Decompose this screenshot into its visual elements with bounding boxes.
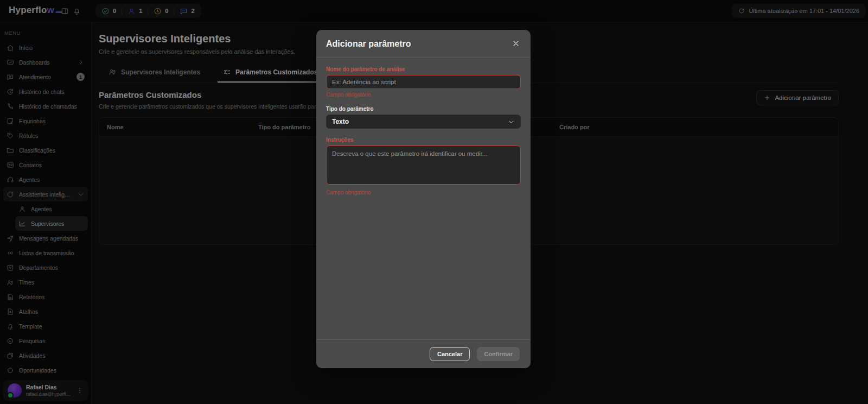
modal-header: Adicionar parâmetro <box>316 30 531 58</box>
modal-body: Nome do parâmetro de análise Campo obrig… <box>316 58 531 339</box>
instructions-textarea[interactable] <box>326 146 521 185</box>
parameter-type-select[interactable]: Texto <box>326 115 521 129</box>
add-parameter-modal: Adicionar parâmetro Nome do parâmetro de… <box>316 30 531 368</box>
close-icon <box>512 39 520 48</box>
name-field-label: Nome do parâmetro de análise <box>326 66 521 72</box>
chevron-down-icon <box>508 118 515 125</box>
close-button[interactable] <box>511 39 521 49</box>
app-root: Hyperflow 0102 Última atualização em 17:… <box>0 0 868 404</box>
cancel-button[interactable]: Cancelar <box>430 347 470 361</box>
modal-title: Adicionar parâmetro <box>326 39 411 49</box>
type-field-label: Tipo do parâmetro <box>326 106 521 112</box>
parameter-type-value: Texto <box>332 118 349 125</box>
modal-footer: Cancelar Confirmar <box>316 339 531 368</box>
name-field-error: Campo obrigatório <box>326 92 521 98</box>
confirm-button[interactable]: Confirmar <box>477 347 520 361</box>
parameter-name-input[interactable] <box>326 75 521 89</box>
instructions-field-error: Campo obrigatório <box>326 190 521 195</box>
instructions-field-label: Instruções <box>326 137 521 143</box>
